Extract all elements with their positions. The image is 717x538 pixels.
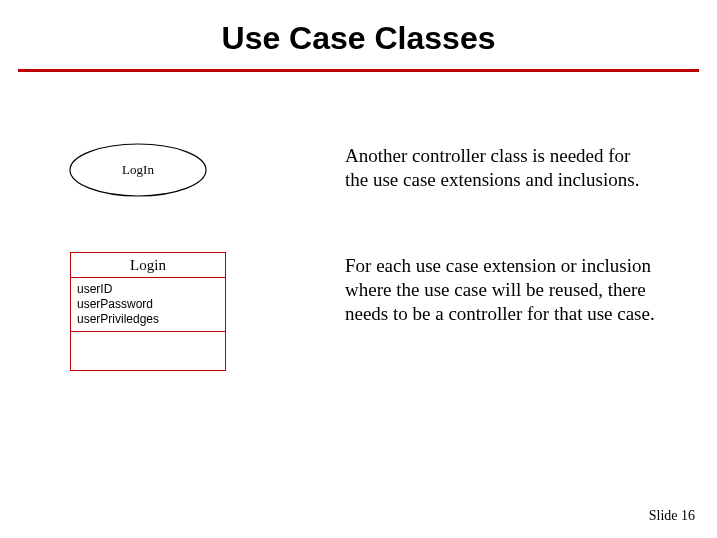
class-operations <box>71 332 225 370</box>
usecase-ellipse-label: LogIn <box>68 142 208 198</box>
slide-number: Slide 16 <box>649 508 695 524</box>
class-attributes: userID userPassword userPriviledges <box>71 278 225 332</box>
paragraph-1: Another controller class is needed for t… <box>345 144 645 192</box>
slide-title: Use Case Classes <box>0 0 717 69</box>
title-rule <box>18 69 699 72</box>
class-name: Login <box>71 253 225 278</box>
class-attr: userPassword <box>77 297 219 312</box>
class-attr: userPriviledges <box>77 312 219 327</box>
class-box: Login userID userPassword userPriviledge… <box>70 252 226 371</box>
usecase-ellipse: LogIn <box>68 142 208 198</box>
class-attr: userID <box>77 282 219 297</box>
paragraph-2: For each use case extension or inclusion… <box>345 254 675 325</box>
